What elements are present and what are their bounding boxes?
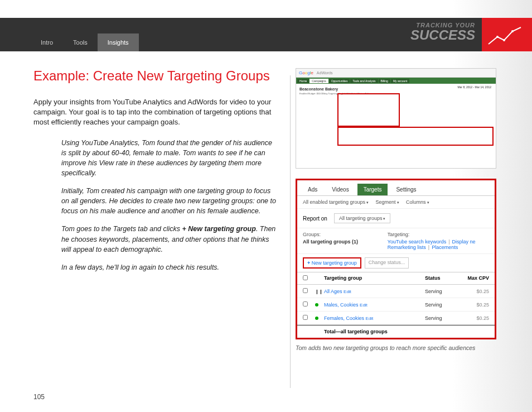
story-p3b: + New targeting group — [182, 225, 256, 233]
chart-icon — [482, 18, 532, 51]
right-column: Google AdWords Home Campaigns Opportunit… — [296, 68, 496, 352]
groups-right: Targeting: YouTube search keywords|Displ… — [388, 232, 489, 250]
tg-status: Serving — [425, 302, 456, 308]
shot1-highlight-1 — [337, 93, 400, 127]
tab-settings[interactable]: Settings — [390, 184, 422, 195]
report-label: Report on — [303, 215, 327, 222]
nav-tools[interactable]: Tools and Analysis — [350, 79, 378, 83]
google-logo: Google — [299, 70, 313, 75]
intro-paragraph: Apply your insights from YouTube Analyti… — [33, 97, 279, 128]
screenshot-2: Ads Videos Targets Settings All enabled … — [296, 179, 496, 339]
caption: Tom adds two new targeting groups to rea… — [296, 344, 496, 352]
filter-columns[interactable]: Columns — [406, 199, 429, 205]
checkbox-all[interactable] — [303, 275, 308, 280]
content: Example: Create New Targeting Groups App… — [0, 51, 532, 363]
screenshot-1: Google AdWords Home Campaigns Opportunit… — [296, 68, 496, 169]
active-icon — [315, 303, 318, 306]
header-right: TRACKING YOUR SUCCESS — [410, 18, 532, 51]
tab-intro[interactable]: Intro — [31, 33, 63, 51]
date-range: Mar 8, 2012 - Mar 14, 2012 — [457, 85, 491, 89]
pause-icon: ❚❚ — [315, 289, 323, 294]
report-row: Report on All targeting groups — [297, 209, 495, 228]
groups-left: Groups: All targeting groups (1) — [303, 232, 388, 250]
column-divider — [290, 75, 291, 388]
svg-point-1 — [503, 39, 505, 41]
shot1-nav: Home Campaigns Opportunities Tools and A… — [296, 78, 496, 84]
groups-label: Groups: — [303, 232, 388, 237]
page-number: 105 — [33, 393, 45, 401]
tg-name[interactable]: All Ages — [324, 289, 342, 294]
shot2-tabs: Ads Videos Targets Settings — [297, 180, 495, 196]
table-row: Males, Cookies Edit Serving $0.25 — [297, 298, 495, 312]
groups-value: All targeting groups (1) — [303, 239, 388, 245]
story-p3: Tom goes to the Targets tab and clicks +… — [61, 224, 279, 254]
left-column: Example: Create New Targeting Groups App… — [33, 68, 279, 352]
edit-link[interactable]: Edit — [344, 289, 351, 294]
tg-cpv: $0.25 — [456, 302, 489, 308]
new-targeting-row: New targeting group Change status... — [297, 254, 495, 272]
table-header: Targeting group Status Max CPV — [297, 272, 495, 285]
checkbox-row[interactable] — [303, 288, 308, 293]
table-row: ❚❚ All Ages Edit Serving $0.25 — [297, 285, 495, 298]
targeting-label: Targeting: — [388, 232, 489, 237]
tg-cpv: $0.25 — [456, 289, 489, 294]
tab-ads[interactable]: Ads — [302, 184, 323, 195]
svg-point-2 — [511, 30, 514, 32]
tracking-title: TRACKING YOUR SUCCESS — [410, 18, 482, 51]
adwords-label: AdWords — [317, 71, 333, 75]
story-p1: Using YouTube Analytics, Tom found that … — [61, 138, 279, 179]
tab-videos[interactable]: Videos — [326, 184, 355, 195]
tab-insights[interactable]: Insights — [98, 33, 139, 51]
tg-status: Serving — [425, 315, 456, 321]
col-group: Targeting group — [324, 275, 425, 281]
nav-billing[interactable]: Billing — [379, 79, 390, 83]
checkbox-row[interactable] — [303, 301, 308, 306]
story-p4: In a few days, he'll log in again to che… — [61, 262, 279, 272]
tg-cpv: $0.25 — [456, 315, 489, 321]
story-p3a: Tom goes to the Targets tab and clicks — [61, 225, 182, 233]
table-row: Females, Cookies Edit Serving $0.25 — [297, 312, 495, 325]
new-targeting-group-button[interactable]: New targeting group — [303, 257, 361, 269]
col-status: Status — [425, 275, 456, 281]
nav-account[interactable]: My account — [391, 79, 410, 83]
change-status-button[interactable]: Change status... — [365, 257, 409, 269]
tab-tools[interactable]: Tools — [63, 33, 98, 51]
tab-targets[interactable]: Targets — [357, 184, 388, 195]
edit-link[interactable]: Edit — [360, 303, 367, 308]
filter-enabled[interactable]: All enabled targeting groups — [303, 199, 369, 205]
story-block: Using YouTube Analytics, Tom found that … — [61, 138, 279, 272]
tg-name[interactable]: Males, Cookies — [324, 302, 359, 308]
filter-segment[interactable]: Segment — [376, 199, 399, 205]
story-p2: Initially, Tom created his campaign with… — [61, 186, 279, 216]
nav-home[interactable]: Home — [297, 79, 309, 83]
groups-row: Groups: All targeting groups (1) Targeti… — [297, 228, 495, 254]
col-cpv: Max CPV — [456, 275, 489, 281]
shot1-header: Google AdWords — [296, 69, 496, 78]
link-yt-keywords[interactable]: YouTube search keywords — [388, 239, 446, 245]
edit-link[interactable]: Edit — [366, 316, 374, 321]
report-dropdown[interactable]: All targeting groups — [334, 213, 391, 223]
svg-point-0 — [496, 36, 499, 38]
link-display[interactable]: Display ne — [452, 239, 476, 245]
header-bar: Intro Tools Insights TRACKING YOUR SUCCE… — [0, 18, 532, 51]
filter-row: All enabled targeting groups Segment Col… — [297, 196, 495, 209]
checkbox-row[interactable] — [303, 315, 308, 320]
active-icon — [315, 317, 318, 320]
targeting-table: Targeting group Status Max CPV ❚❚ All Ag… — [297, 272, 495, 338]
table-total: Total—all targeting groups — [297, 325, 495, 338]
shot1-highlight-2 — [337, 127, 494, 146]
link-remarketing[interactable]: Remarketing lists — [388, 245, 426, 250]
page-title: Example: Create New Targeting Groups — [33, 68, 279, 84]
nav-campaigns[interactable]: Campaigns — [309, 79, 328, 83]
nav-opportunities[interactable]: Opportunities — [329, 79, 350, 83]
tg-status: Serving — [425, 289, 456, 294]
tracking-big: SUCCESS — [410, 28, 475, 42]
link-placements[interactable]: Placements — [432, 245, 458, 250]
tg-name[interactable]: Females, Cookies — [324, 315, 364, 321]
nav-tabs: Intro Tools Insights — [31, 33, 139, 51]
